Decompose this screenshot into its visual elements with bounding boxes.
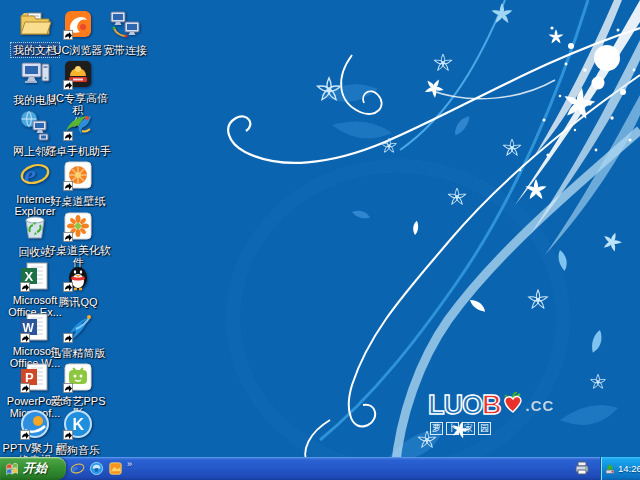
haozhuo-phone-assistant-icon (62, 109, 94, 141)
shortcut-arrow-icon (20, 282, 30, 292)
watermark-caption: 萝卜家园 (430, 422, 578, 435)
desktop-icon-thunder-lite[interactable]: 迅雷精简版 (43, 311, 113, 361)
tencent-qq-icon (62, 260, 94, 292)
desktop-icon-label: 酷狗音乐 (54, 443, 102, 457)
shortcut-arrow-icon (20, 430, 30, 440)
watermark-brand-b: B (482, 392, 501, 419)
haozhuodao-beautify-icon (62, 210, 94, 242)
shortcut-arrow-icon (20, 333, 30, 343)
desktop-icon-haozhuo-phone-assistant[interactable]: 好卓手机助手 (43, 109, 113, 159)
shortcut-arrow-icon (63, 30, 73, 40)
watermark-caption-char: 卜 (446, 422, 459, 435)
watermark-domain: .CC (526, 397, 555, 414)
start-button[interactable]: 开始 (0, 457, 66, 480)
shortcut-arrow-icon (63, 282, 73, 292)
removable-device-icon[interactable] (604, 463, 616, 475)
start-button-label: 开始 (23, 460, 47, 477)
desktop-icon-broadband-connection[interactable]: 宽带连接 (90, 8, 160, 58)
kugou-music-icon: K (62, 408, 94, 440)
windows-logo-icon (5, 462, 20, 476)
watermark-caption-char: 萝 (430, 422, 443, 435)
printer-icon[interactable] (574, 460, 590, 476)
haozhuodao-wallpaper-icon (62, 159, 94, 191)
shortcut-arrow-icon (63, 80, 73, 90)
desktop-icon-label: 宽带连接 (101, 43, 149, 57)
watermark-logo: LUO B .CC 萝卜家园 (428, 390, 578, 435)
shortcut-arrow-icon (20, 383, 30, 393)
taskbar-clock: 14:26 (618, 463, 640, 474)
system-tray: 14:26 (600, 457, 640, 480)
desktop-icon-tencent-qq[interactable]: 腾讯QQ (43, 260, 113, 310)
watermark-caption-char: 家 (462, 422, 475, 435)
quick-launch-bar: e » (70, 457, 132, 480)
desktop-icon-label: 腾讯QQ (56, 295, 99, 309)
uc-points-icon (62, 58, 94, 90)
shortcut-arrow-icon (63, 181, 73, 191)
svg-text:K: K (73, 416, 85, 433)
desktop-icon-kugou-music[interactable]: K酷狗音乐 (43, 408, 113, 458)
shortcut-arrow-icon (63, 131, 73, 141)
broadband-connection-icon (109, 8, 141, 40)
thunder-lite-icon (62, 311, 94, 343)
svg-text:e: e (72, 461, 78, 476)
desktop-icon-haozhuodao-wallpaper[interactable]: 好桌道壁纸 (43, 159, 113, 209)
watermark-caption-char: 园 (478, 422, 491, 435)
desktop[interactable]: 我的文档我的电脑网上邻居eInternet Explorer回收站XMicros… (0, 0, 640, 480)
radish-icon (502, 392, 524, 418)
quick-launch-overflow-chevron[interactable]: » (127, 459, 132, 469)
image-viewer-icon[interactable] (108, 461, 123, 476)
watermark-brand-prefix: LUO (428, 392, 482, 419)
desktop-icon-label: 迅雷精简版 (49, 346, 108, 360)
desktop-icon-label: 好桌道壁纸 (49, 194, 108, 208)
shortcut-arrow-icon (63, 383, 73, 393)
globe-icon[interactable] (89, 461, 104, 476)
shortcut-arrow-icon (63, 232, 73, 242)
shortcut-arrow-icon (63, 430, 73, 440)
internet-explorer-icon[interactable]: e (70, 461, 85, 476)
desktop-icon-label: 好卓手机助手 (43, 144, 113, 158)
shortcut-arrow-icon (63, 333, 73, 343)
iqiyi-pps-icon (62, 361, 94, 393)
taskbar: 开始 e » (0, 457, 640, 480)
